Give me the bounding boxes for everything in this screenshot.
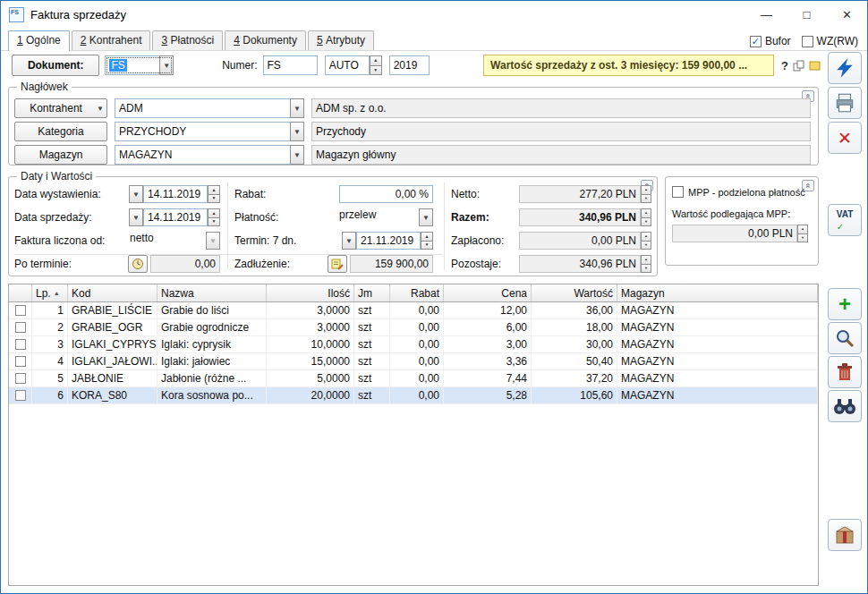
table-row[interactable]: 4 IGLAKI_JAŁOWI... Iglaki: jałowiec 15,0…: [9, 353, 818, 370]
pozostaje-field: 340,96 PLN: [519, 255, 641, 273]
faktura-liczona-dropdown-icon: ▼: [206, 232, 220, 250]
row-checkbox[interactable]: [15, 390, 26, 401]
wz-label: WZ(RW): [817, 35, 858, 47]
kategoria-button[interactable]: Kategoria: [14, 122, 107, 141]
row-checkbox[interactable]: [15, 305, 26, 316]
mpp-value-control: 0,00 PLN ▲▼: [672, 225, 812, 242]
row-checkbox[interactable]: [15, 322, 26, 333]
package-button[interactable]: [828, 519, 862, 551]
zaplacono-field: 0,00 PLN: [519, 232, 641, 250]
data-wystawienia-spinner[interactable]: ▲▼: [208, 185, 220, 203]
data-sprzedazy-calendar-icon[interactable]: ▼: [129, 208, 143, 226]
faktura-liczona-combo[interactable]: netto ▼: [130, 232, 220, 250]
mpp-checkbox[interactable]: [672, 186, 684, 198]
data-sprzedazy-field[interactable]: 14.11.2019: [143, 208, 208, 226]
pozostaje-spinner[interactable]: ▲▼: [641, 255, 651, 273]
invoice-window: FS Faktura sprzedaży — □ ✕ 1 Ogólne 2 Ko…: [0, 0, 868, 594]
note-icon[interactable]: [809, 60, 821, 72]
data-wystawienia-calendar-icon[interactable]: ▼: [129, 185, 143, 203]
kontrahent-code-combo[interactable]: ADM ▼: [115, 98, 304, 118]
table-row-selected[interactable]: 6 KORA_S80 Kora sosnowa po... 20,0000 sz…: [9, 387, 818, 404]
table-row[interactable]: 5 JABŁONIE Jabłonie (różne ... 5,0000 sz…: [9, 370, 818, 387]
pozostaje-control: 340,96 PLN ▲▼: [519, 255, 651, 273]
copy-window-icon[interactable]: [793, 60, 804, 72]
tab-platnosci[interactable]: 3 Płatności: [152, 30, 223, 50]
numer-prefix-field[interactable]: FS: [263, 55, 318, 75]
bufor-checkbox[interactable]: ✓: [750, 36, 762, 47]
header-cena[interactable]: Cena: [444, 284, 532, 301]
wz-checkbox[interactable]: [802, 36, 813, 47]
header-kod[interactable]: Kod: [68, 284, 157, 301]
print-button[interactable]: [828, 87, 862, 119]
kontrahent-button[interactable]: Kontrahent ▼: [14, 98, 107, 118]
header-rabat[interactable]: Rabat: [390, 284, 444, 301]
zadluzenie-control: 159 900,00: [328, 255, 433, 273]
razem-spinner[interactable]: ▲▼: [641, 208, 651, 226]
termin-calendar-icon[interactable]: ▼: [342, 232, 356, 250]
tab-ogolne[interactable]: 1 Ogólne: [8, 30, 70, 51]
rabat-field[interactable]: 0,00 %: [339, 185, 433, 203]
header-wartosc[interactable]: Wartość: [532, 284, 617, 301]
mpp-spinner[interactable]: ▲▼: [797, 225, 808, 242]
kontrahent-dropdown-icon[interactable]: ▼: [97, 105, 106, 113]
header-lp[interactable]: Lp.▲: [32, 284, 68, 301]
platnosc-combo[interactable]: przelew ▼: [339, 208, 433, 226]
save-lightning-icon: [833, 56, 856, 80]
kategoria-dropdown-icon[interactable]: ▼: [290, 122, 304, 141]
data-wystawienia-field[interactable]: 14.11.2019: [143, 185, 208, 203]
table-row[interactable]: 3 IGLAKI_CYPRYS Iglaki: cyprysik 10,0000…: [9, 336, 818, 353]
zaplacono-spinner[interactable]: ▲▼: [641, 232, 651, 250]
minimize-button[interactable]: —: [746, 1, 787, 28]
termin-date-field[interactable]: 21.11.2019: [356, 232, 421, 250]
package-icon: [834, 524, 855, 546]
numer-auto-field[interactable]: AUTO: [325, 55, 370, 75]
add-item-button[interactable]: +: [828, 288, 862, 320]
dokument-schema-combo[interactable]: FS ▼: [105, 55, 174, 75]
header-nazwa[interactable]: Nazwa: [157, 284, 267, 301]
netto-spinner[interactable]: ▲▼: [641, 185, 651, 203]
header-checkbox-column[interactable]: [9, 284, 32, 301]
row-checkbox[interactable]: [15, 356, 26, 367]
table-row[interactable]: 2 GRABIE_OGR Grabie ogrodnicze 3,0000 sz…: [9, 319, 818, 336]
tab-dokumenty[interactable]: 4 Dokumenty: [225, 30, 306, 50]
cancel-button[interactable]: ✕: [828, 122, 862, 154]
magazyn-button[interactable]: Magazyn: [14, 145, 107, 165]
numer-year-field[interactable]: 2019: [389, 55, 430, 75]
kontrahent-name-field: ADM sp. z o.o.: [311, 98, 811, 118]
magazyn-dropdown-icon[interactable]: ▼: [290, 145, 304, 165]
daty-groupbox: Daty i Wartości « Data wystawienia: ▼ 14…: [8, 176, 658, 276]
kontrahent-code-dropdown-icon[interactable]: ▼: [290, 98, 304, 118]
tab-atrybuty[interactable]: 5 Atrybuty: [308, 30, 374, 50]
header-magazyn[interactable]: Magazyn: [617, 284, 818, 301]
mpp-value-field: 0,00 PLN: [672, 225, 797, 242]
platnosc-dropdown-icon[interactable]: ▼: [419, 208, 433, 226]
table-row[interactable]: 1 GRABIE_LIŚCIE Grabie do liści 3,0000 s…: [9, 302, 818, 319]
zadluzenie-note-icon[interactable]: [328, 255, 347, 273]
vat-preview-button[interactable]: VAT✓: [828, 204, 862, 236]
zaplacono-label: Zapłacono:: [451, 234, 504, 247]
header-jm[interactable]: Jm: [354, 284, 390, 301]
save-button[interactable]: [828, 52, 862, 84]
row-checkbox[interactable]: [15, 373, 26, 384]
tab-kontrahent[interactable]: 2 Kontrahent: [72, 30, 151, 50]
help-icon[interactable]: ?: [781, 59, 788, 72]
find-button[interactable]: [828, 390, 862, 422]
magazyn-code-combo[interactable]: MAGAZYN ▼: [115, 145, 304, 165]
kategoria-name-field: Przychody: [311, 122, 811, 141]
termin-spinner[interactable]: ▲▼: [421, 232, 433, 250]
header-ilosc[interactable]: Ilość: [267, 284, 354, 301]
data-sprzedazy-spinner[interactable]: ▲▼: [208, 208, 220, 226]
numer-auto-spinner[interactable]: ▲▼: [370, 55, 382, 75]
bufor-checkbox-group: ✓ Bufor: [750, 35, 791, 47]
dokument-dropdown-icon[interactable]: ▼: [159, 55, 174, 75]
delete-item-button[interactable]: [828, 356, 862, 388]
kategoria-code-combo[interactable]: PRZYCHODY ▼: [115, 122, 304, 141]
po-terminie-clock-icon[interactable]: [128, 255, 148, 273]
dokument-button[interactable]: Dokument:: [12, 55, 99, 76]
edit-item-button[interactable]: [828, 322, 862, 354]
row-checkbox[interactable]: [15, 339, 26, 350]
divider: [444, 182, 445, 270]
maximize-button[interactable]: □: [787, 1, 827, 28]
close-button[interactable]: ✕: [827, 1, 867, 28]
netto-label: Netto:: [451, 188, 480, 200]
